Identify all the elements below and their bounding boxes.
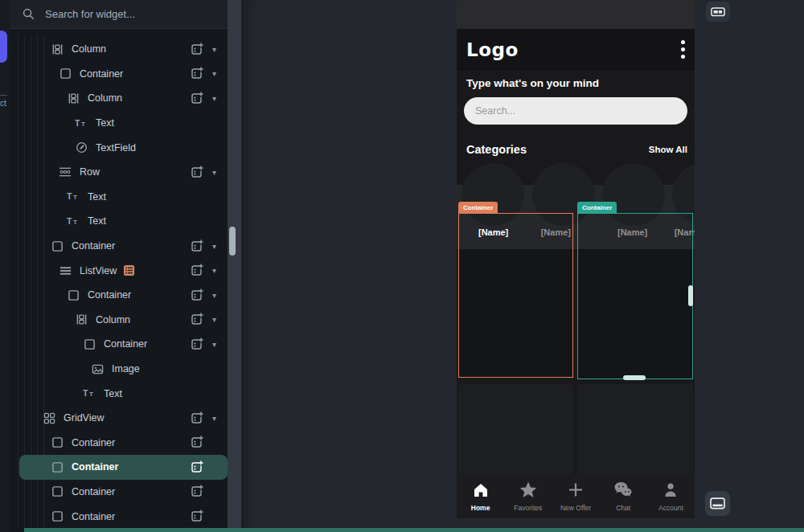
tree-item-container-17[interactable]: Container▾ — [19, 455, 228, 480]
tree-item-label: Image — [112, 363, 140, 374]
row-actions: ▾ — [189, 215, 228, 228]
tree-item-label: Text — [96, 117, 114, 129]
row-actions: ▾ — [189, 362, 228, 376]
phone-top-widget[interactable] — [457, 0, 695, 29]
nav-item-account[interactable]: Account — [647, 474, 695, 518]
show-all-link[interactable]: Show All — [649, 145, 687, 154]
tree-item-row-5[interactable]: Row▾ — [19, 160, 228, 185]
dock-bottom-button[interactable] — [705, 491, 730, 516]
tree-item-label: Container — [80, 68, 123, 80]
nav-item-favorites[interactable]: Favorites — [504, 474, 552, 518]
add-child-widget-button[interactable] — [189, 239, 203, 253]
column-icon — [66, 92, 80, 104]
tree-item-column-11[interactable]: Column▾ — [19, 308, 228, 333]
nav-item-chat[interactable]: Chat — [600, 474, 647, 518]
collapse-caret-icon[interactable]: ▾ — [209, 168, 219, 177]
add-child-widget-button[interactable] — [189, 509, 203, 523]
tree-item-container-10[interactable]: Container▾ — [19, 283, 228, 308]
nav-item-label: Chat — [616, 504, 630, 512]
tree-item-label: Container — [88, 289, 131, 301]
nav-item-label: Home — [471, 504, 490, 512]
svg-text:T: T — [73, 194, 77, 202]
phone-search-field[interactable]: Search... — [464, 97, 687, 125]
tree-item-container-16[interactable]: Container▾ — [19, 431, 228, 456]
nav-item-label: Account — [658, 504, 683, 512]
nav-item-home[interactable]: Home — [457, 474, 504, 518]
rail-label-fragment: ct — [0, 99, 6, 108]
container-overlay-tag: Container — [577, 202, 617, 213]
svg-text:T: T — [67, 216, 72, 226]
tree-item-label: Text — [88, 215, 106, 227]
collapse-caret-icon[interactable]: ▾ — [209, 340, 219, 349]
tree-item-container-12[interactable]: Container▾ — [19, 332, 228, 357]
phone-preview[interactable]: Logo Type what's on your mind Search... … — [457, 0, 695, 518]
panel-resize-gutter[interactable] — [228, 0, 241, 532]
resize-handle-bottom[interactable] — [623, 375, 646, 380]
toggle-panels-button[interactable] — [706, 2, 730, 22]
tree-item-gridview-15[interactable]: GridView▾ — [19, 406, 228, 431]
row-actions: ▾ — [189, 460, 228, 474]
tree-item-container-19[interactable]: Container▾ — [19, 504, 228, 529]
design-canvas[interactable]: Logo Type what's on your mind Search... … — [241, 0, 804, 532]
collapse-caret-icon[interactable]: ▾ — [209, 291, 219, 300]
collapse-caret-icon[interactable]: ▾ — [209, 315, 219, 324]
collapse-caret-icon[interactable]: ▾ — [209, 69, 219, 78]
add-child-widget-button[interactable] — [189, 166, 203, 179]
tree-item-text-14[interactable]: TTText▾ — [19, 381, 228, 406]
collapse-caret-icon[interactable]: ▾ — [209, 45, 219, 54]
container-icon — [82, 338, 96, 350]
tree-item-text-3[interactable]: TTText▾ — [19, 111, 228, 136]
container-overlay-tag: Container — [458, 202, 498, 213]
tree-item-textfield-4[interactable]: TextField▾ — [19, 135, 228, 160]
left-nav-rail: ct — [0, 0, 10, 532]
collapse-caret-icon[interactable]: ▾ — [209, 242, 219, 251]
listview-icon — [58, 266, 72, 276]
svg-text:T: T — [81, 121, 85, 128]
phone-app-bar[interactable]: Logo — [457, 29, 695, 71]
add-child-widget-button[interactable] — [189, 460, 203, 474]
add-child-widget-button[interactable] — [189, 411, 203, 425]
nav-item-label: Favorites — [514, 504, 542, 512]
tree-item-column-0[interactable]: Column▾ — [19, 37, 228, 62]
column-icon — [50, 43, 64, 55]
tree-item-image-13[interactable]: Image▾ — [19, 357, 228, 382]
add-child-widget-button[interactable] — [189, 43, 203, 56]
add-child-widget-button[interactable] — [189, 313, 203, 326]
add-child-widget-button[interactable] — [189, 436, 203, 449]
collapse-caret-icon[interactable]: ▾ — [209, 94, 219, 103]
selected-container-outline[interactable] — [458, 213, 573, 378]
add-child-widget-button[interactable] — [189, 338, 203, 351]
plus-icon — [567, 481, 585, 501]
add-child-widget-button[interactable] — [189, 264, 203, 277]
kebab-menu-icon[interactable] — [681, 40, 685, 59]
row-actions: ▾ — [189, 239, 228, 253]
add-child-widget-button[interactable] — [189, 485, 203, 498]
tree-item-container-18[interactable]: Container▾ — [19, 480, 228, 505]
add-child-widget-button[interactable] — [189, 92, 203, 105]
row-actions: ▾ — [189, 166, 228, 179]
row-actions: ▾ — [189, 92, 228, 105]
tree-item-label: Container — [104, 338, 147, 350]
grid-card[interactable] — [458, 384, 573, 474]
tree-item-label: Column — [72, 43, 106, 55]
tree-item-label: Text — [88, 191, 106, 203]
selected-container-outline[interactable] — [577, 213, 693, 379]
tree-item-listview-9[interactable]: ListView▾ — [19, 258, 228, 283]
tree-scrollbar-thumb[interactable] — [229, 227, 236, 256]
tree-item-container-1[interactable]: Container▾ — [19, 62, 228, 87]
resize-handle-right[interactable] — [688, 285, 693, 306]
grid-card[interactable] — [577, 384, 693, 474]
tree-item-column-2[interactable]: Column▾ — [19, 86, 228, 111]
tree-item-text-6[interactable]: TTText▾ — [19, 185, 228, 210]
rail-divider — [0, 95, 7, 96]
widget-search-input[interactable]: Search for widget... — [10, 0, 228, 29]
collapse-caret-icon[interactable]: ▾ — [209, 414, 219, 423]
tree-item-container-8[interactable]: Container▾ — [19, 234, 228, 259]
nav-item-new-offer[interactable]: New Offer — [552, 474, 599, 518]
add-child-widget-button[interactable] — [189, 289, 203, 302]
tree-item-label: Row — [80, 166, 100, 178]
add-child-widget-button[interactable] — [189, 67, 203, 80]
collapse-caret-icon[interactable]: ▾ — [209, 266, 219, 275]
tree-item-text-7[interactable]: TTText▾ — [19, 209, 228, 234]
row-actions: ▾ — [189, 313, 228, 326]
